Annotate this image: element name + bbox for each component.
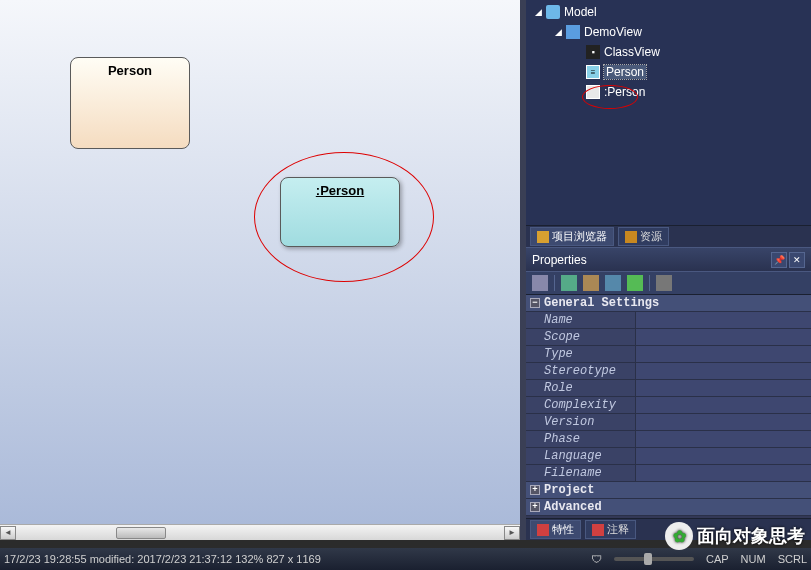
property-row[interactable]: Name [526,312,811,329]
property-value[interactable] [636,414,811,430]
browser-icon [537,231,549,243]
property-value[interactable] [636,465,811,481]
horizontal-scrollbar[interactable]: ◄ ► [0,524,520,540]
class-element-person[interactable]: Person [70,57,190,149]
property-value[interactable] [636,397,811,413]
status-info: 17/2/23 19:28:55 modified: 2017/2/23 21:… [4,553,321,565]
property-name: Role [526,380,636,396]
property-row[interactable]: Language [526,448,811,465]
tool-icon[interactable] [605,275,621,291]
tree-item-classview[interactable]: ▪ ClassView [526,42,811,62]
expand-icon[interactable]: + [530,502,540,512]
status-num: NUM [741,553,766,565]
property-row[interactable]: Stereotype [526,363,811,380]
zoom-slider-thumb[interactable] [644,553,652,565]
browser-tabs: 项目浏览器 资源 [526,225,811,247]
property-name: Complexity [526,397,636,413]
zoom-slider[interactable] [614,557,694,561]
property-name: Name [526,312,636,328]
scroll-thumb[interactable] [116,527,166,539]
tree-label: Model [564,5,597,19]
tool-icon[interactable] [561,275,577,291]
tab-label: 项目浏览器 [552,229,607,244]
property-value[interactable] [636,329,811,345]
property-name: Type [526,346,636,362]
property-row[interactable]: Phase [526,431,811,448]
scroll-right-button[interactable]: ► [504,526,520,540]
object-label: :Person [281,178,399,203]
property-value[interactable] [636,312,811,328]
expand-icon[interactable]: + [530,485,540,495]
tree-item-model[interactable]: ◢ Model [526,2,811,22]
tab-notes[interactable]: 注释 [585,520,636,539]
group-label: Project [544,483,594,497]
pin-button[interactable]: 📌 [771,252,787,268]
tab-project-browser[interactable]: 项目浏览器 [530,227,614,246]
property-name: Stereotype [526,363,636,379]
watermark: ✿ 面向对象思考 [665,522,805,550]
status-scrl: SCRL [778,553,807,565]
property-name: Language [526,448,636,464]
arrow-up-icon[interactable] [627,275,643,291]
properties-toolbar [526,271,811,295]
property-row[interactable]: Version [526,414,811,431]
categorize-icon[interactable] [532,275,548,291]
properties-icon [537,524,549,536]
wechat-icon: ✿ [665,522,693,550]
expander-icon[interactable]: ◢ [552,26,564,38]
tab-label: 资源 [640,229,662,244]
group-general-settings[interactable]: −General Settings [526,295,811,312]
spacer [572,46,584,58]
expander-icon[interactable]: ◢ [532,6,544,18]
properties-grid[interactable]: −General Settings Name Scope Type Stereo… [526,295,811,518]
tab-label: 注释 [607,522,629,537]
property-value[interactable] [636,431,811,447]
spacer [572,86,584,98]
separator [649,275,650,291]
spacer [572,66,584,78]
project-browser-tree[interactable]: ◢ Model ◢ DemoView ▪ ClassView ≡ Person [526,0,811,225]
tree-label: :Person [604,85,645,99]
property-name: Version [526,414,636,430]
property-value[interactable] [636,380,811,396]
shield-icon[interactable]: 🛡 [591,553,602,565]
property-row[interactable]: Scope [526,329,811,346]
notes-icon [592,524,604,536]
watermark-text: 面向对象思考 [697,524,805,548]
tab-resources[interactable]: 资源 [618,227,669,246]
properties-title: Properties [532,253,587,267]
property-name: Phase [526,431,636,447]
object-icon [586,85,600,99]
property-row[interactable]: Complexity [526,397,811,414]
group-advanced[interactable]: +Advanced [526,499,811,516]
status-bar: 17/2/23 19:28:55 modified: 2017/2/23 21:… [0,548,811,570]
group-project[interactable]: +Project [526,482,811,499]
binoculars-icon[interactable] [656,275,672,291]
scroll-left-button[interactable]: ◄ [0,526,16,540]
tool-icon[interactable] [583,275,599,291]
tab-label: 特性 [552,522,574,537]
properties-header: Properties 📌 ✕ [526,247,811,271]
resources-icon [625,231,637,243]
scroll-track[interactable] [16,526,504,540]
property-value[interactable] [636,363,811,379]
group-label: Advanced [544,500,602,514]
property-name: Scope [526,329,636,345]
diagram-canvas[interactable]: Person :Person ◄ ► [0,0,520,540]
property-value[interactable] [636,448,811,464]
property-name: Filename [526,465,636,481]
tree-label: DemoView [584,25,642,39]
tab-properties[interactable]: 特性 [530,520,581,539]
tree-item-demoview[interactable]: ◢ DemoView [526,22,811,42]
tree-label: Person [604,65,646,79]
property-row[interactable]: Role [526,380,811,397]
close-button[interactable]: ✕ [789,252,805,268]
tree-item-person-instance[interactable]: :Person [526,82,811,102]
tree-item-person[interactable]: ≡ Person [526,62,811,82]
property-value[interactable] [636,346,811,362]
object-element-person[interactable]: :Person [280,177,400,247]
model-icon [546,5,560,19]
property-row[interactable]: Type [526,346,811,363]
collapse-icon[interactable]: − [530,298,540,308]
property-row[interactable]: Filename [526,465,811,482]
